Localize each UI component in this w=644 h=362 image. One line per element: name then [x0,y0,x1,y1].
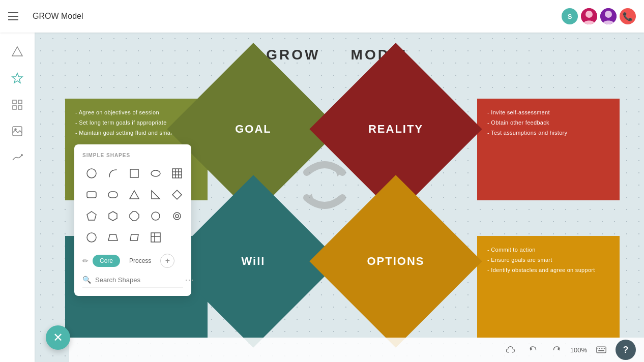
shape-circle[interactable] [82,164,101,183]
zoom-level: 100% [570,346,587,354]
avatar-b[interactable] [600,8,617,24]
bottom-bar: 100% ? [69,338,644,362]
add-tab-button[interactable]: + [160,254,174,268]
svg-rect-7 [13,106,16,109]
svg-rect-5 [13,100,16,104]
shapes-tabs: ✏ Core Process + [82,254,183,268]
shape-triangle[interactable] [125,186,143,204]
svg-marker-34 [108,234,118,240]
shape-square[interactable] [125,164,143,183]
tab-core[interactable]: Core [93,255,120,267]
will-diamond[interactable]: Will [192,200,314,322]
shape-hexagon[interactable] [104,207,122,225]
shapes-panel: SIMPLE SHAPES [74,144,191,296]
options-line-3: - Identify obstacles and agree on suppor… [487,265,609,276]
draw-tool[interactable] [6,146,28,169]
svg-rect-17 [172,169,182,178]
shapes-tool[interactable] [6,41,28,63]
avatar-a[interactable] [581,8,597,24]
svg-marker-27 [87,212,96,220]
shape-rounded-rect2[interactable] [104,186,122,204]
shape-diamond[interactable] [168,186,186,204]
shape-pentagon[interactable] [82,207,101,225]
redo-button[interactable] [548,342,564,358]
tab-process[interactable]: Process [122,255,158,267]
collaborators: S 📞 [562,8,636,24]
svg-point-14 [87,169,96,178]
left-sidebar [0,33,35,362]
svg-point-31 [173,213,181,220]
svg-point-11 [21,154,23,156]
svg-rect-8 [18,106,22,109]
grid-tool[interactable] [6,94,28,116]
search-more-icon[interactable]: ⋯ [185,274,194,285]
svg-marker-29 [130,212,139,221]
svg-rect-22 [87,192,96,198]
svg-point-1 [586,11,593,18]
shape-grid[interactable] [147,228,165,247]
search-icon: 🔍 [82,276,91,284]
menu-button[interactable] [8,8,24,24]
shape-table[interactable] [168,164,186,183]
svg-marker-26 [172,190,182,199]
shapes-panel-title: SIMPLE SHAPES [82,153,183,158]
svg-point-3 [605,11,612,18]
reality-line-2: - Obtain other feedback [487,118,609,128]
svg-marker-4 [12,73,22,83]
svg-rect-36 [151,233,160,242]
undo-button[interactable] [525,342,542,358]
svg-marker-24 [130,191,139,199]
shape-circle4[interactable] [82,228,101,247]
svg-point-30 [152,212,160,220]
help-button[interactable]: ? [616,340,636,360]
svg-point-32 [175,215,179,218]
keyboard-button[interactable] [593,342,609,358]
shape-trapezoid[interactable] [104,228,122,247]
svg-marker-35 [130,234,138,240]
svg-marker-40 [557,348,560,351]
shape-ellipse[interactable] [147,164,165,183]
shape-rounded-rect[interactable] [82,186,101,204]
document-title: GROW Model [33,12,83,21]
cloud-save-button[interactable] [503,342,519,358]
options-line-2: - Ensure goals are smart [487,255,609,265]
avatar-s[interactable]: S [562,8,578,24]
shape-right-triangle[interactable] [147,186,165,204]
call-button[interactable]: 📞 [620,8,636,24]
svg-rect-6 [18,100,22,104]
shape-parallelogram[interactable] [125,228,143,247]
svg-rect-41 [597,347,606,353]
svg-rect-15 [130,169,138,177]
shape-circle2[interactable] [147,207,165,225]
star-tool[interactable] [6,67,28,89]
svg-point-33 [87,233,96,242]
options-line-1: - Commit to action [487,245,609,255]
svg-marker-25 [152,191,160,199]
shapes-search: 🔍 ⋯ [82,274,183,288]
options-diamond[interactable]: OPTIONS [335,200,457,322]
shape-circle3[interactable] [168,207,186,225]
image-tool[interactable] [6,120,28,142]
reality-line-3: - Test assumptions and history [487,128,609,138]
shape-octagon[interactable] [125,207,143,225]
svg-marker-39 [530,348,533,351]
topbar: GROW Model S 📞 [0,0,644,33]
shapes-grid [82,164,183,247]
close-panel-button[interactable]: ✕ [46,325,70,350]
svg-rect-23 [108,192,118,198]
shape-arc[interactable] [104,164,122,183]
canvas[interactable]: GROW MODEL - Agree on objectives of sess… [35,33,644,362]
svg-point-16 [151,170,160,176]
tab-draw-icon: ✏ [82,257,89,265]
reality-line-1: - Invite self-assessment [487,108,609,118]
search-input[interactable] [95,276,181,284]
options-content-card: - Commit to action - Ensure goals are sm… [477,236,620,338]
reality-content-card: - Invite self-assessment - Obtain other … [477,99,620,200]
svg-marker-28 [109,212,117,221]
